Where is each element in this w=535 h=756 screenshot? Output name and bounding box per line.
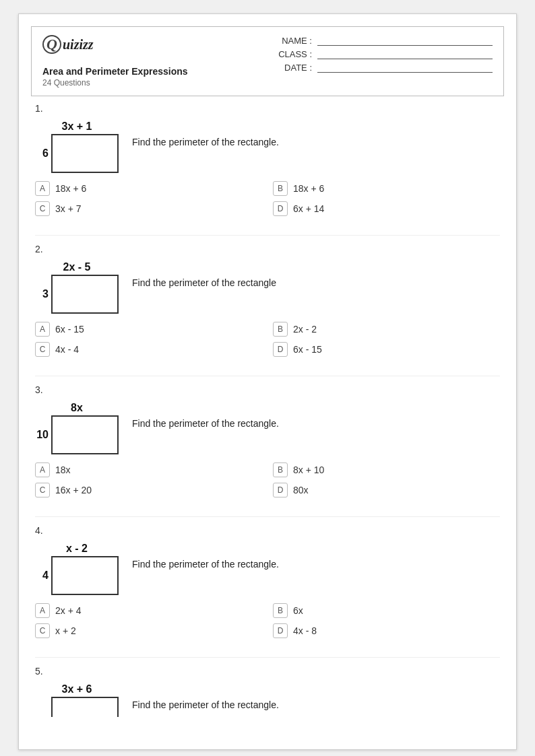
question-2: 2. 2x - 5 3 Find the perimeter of the re… [35, 244, 500, 357]
question-4: 4. x - 2 4 Find the perimeter of the rec… [35, 525, 500, 638]
question-3-text: Find the perimeter of the rectangle. [132, 399, 279, 429]
choice-1a: A 18x + 6 [35, 181, 262, 196]
choice-3b: B 8x + 10 [273, 462, 500, 477]
logo-q-icon: Q [42, 35, 61, 54]
question-3-side-label: 10 [35, 429, 49, 441]
choice-3b-text: 8x + 10 [293, 465, 324, 475]
question-1-rect-row: 6 [35, 134, 119, 173]
question-1-diagram: 3x + 1 6 [35, 121, 119, 173]
question-3-body: 8x 10 Find the perimeter of the rectangl… [35, 399, 500, 454]
question-4-diagram: x - 2 4 [35, 543, 119, 595]
choice-4b: B 6x [273, 603, 500, 618]
question-4-rect-box [51, 556, 119, 595]
question-5-top-label: 3x + 6 [62, 683, 92, 695]
question-2-text: Find the perimeter of the rectangle [132, 259, 276, 288]
choice-1b-text: 18x + 6 [293, 183, 324, 194]
choice-2d-text: 6x - 15 [293, 344, 322, 355]
choice-2d-letter: D [273, 342, 288, 357]
question-1-top-label: 3x + 1 [62, 121, 92, 133]
header-left: Q uizizz Area and Perimeter Expressions … [42, 35, 188, 88]
choice-2c: C 4x - 4 [35, 342, 262, 357]
question-3-rect-box [51, 415, 119, 454]
date-field-row: DATE : [277, 62, 493, 73]
logo: Q uizizz [42, 35, 188, 54]
question-4-num: 4. [35, 525, 500, 536]
choice-3a-text: 18x [55, 465, 71, 475]
class-field-row: CLASS : [277, 48, 493, 59]
question-4-body: x - 2 4 Find the perimeter of the rectan… [35, 540, 500, 595]
question-4-choices: A 2x + 4 B 6x C x + 2 D 4x - 8 [35, 603, 500, 638]
question-5-text: Find the perimeter of the rectangle. [132, 681, 279, 710]
choice-3d-letter: D [273, 483, 288, 497]
question-2-num: 2. [35, 244, 500, 254]
choice-1d-letter: D [273, 201, 288, 216]
logo-text: uizizz [63, 37, 94, 53]
question-3-top-label: 8x [71, 402, 83, 414]
choice-1a-letter: A [35, 181, 50, 196]
choice-1c: C 3x + 7 [35, 201, 262, 216]
choice-1c-letter: C [35, 201, 50, 216]
choice-1b-letter: B [273, 181, 288, 196]
choice-2a-text: 6x - 15 [55, 324, 84, 335]
content: 1. 3x + 1 6 Find the perimeter of the re… [19, 103, 516, 749]
choice-3c-letter: C [35, 483, 50, 497]
choice-2b-letter: B [273, 322, 288, 337]
choice-1b: B 18x + 6 [273, 181, 500, 196]
choice-1a-text: 18x + 6 [55, 183, 86, 194]
question-1-num: 1. [35, 103, 500, 114]
choice-4a: A 2x + 4 [35, 603, 262, 618]
class-line [317, 48, 493, 59]
question-4-text: Find the perimeter of the rectangle. [132, 540, 279, 570]
question-1-body: 3x + 1 6 Find the perimeter of the recta… [35, 118, 500, 173]
divider-4 [35, 657, 500, 658]
choice-2d: D 6x - 15 [273, 342, 500, 357]
header: Q uizizz Area and Perimeter Expressions … [31, 26, 504, 96]
question-1-rect-box [51, 134, 119, 173]
choice-3c: C 16x + 20 [35, 483, 262, 497]
question-5-num: 5. [35, 666, 500, 677]
choice-3c-text: 16x + 20 [55, 485, 92, 495]
question-5-diagram: 3x + 6 [35, 683, 119, 717]
choice-2b-text: 2x - 2 [293, 324, 317, 335]
choice-3d-text: 80x [293, 485, 309, 495]
question-4-side-label: 4 [35, 570, 49, 582]
choice-4d-text: 4x - 8 [293, 625, 317, 636]
date-line [317, 62, 493, 73]
question-5-body: 3x + 6 Find the perimeter of the rectang… [35, 681, 500, 717]
choice-3d: D 80x [273, 483, 500, 497]
choice-4b-letter: B [273, 603, 288, 618]
question-1-side-label: 6 [35, 147, 49, 160]
choice-3a: A 18x [35, 462, 262, 477]
class-label: CLASS : [277, 49, 312, 59]
name-label: NAME : [277, 36, 312, 46]
choice-3a-letter: A [35, 462, 50, 477]
question-3-choices: A 18x B 8x + 10 C 16x + 20 D 80x [35, 462, 500, 497]
question-2-choices: A 6x - 15 B 2x - 2 C 4x - 4 D 6x - 15 [35, 322, 500, 357]
choice-4a-text: 2x + 4 [55, 605, 82, 616]
question-2-diagram: 2x - 5 3 [35, 261, 119, 314]
choice-1c-text: 3x + 7 [55, 203, 82, 214]
question-5-rect-box [51, 697, 119, 717]
choice-4a-letter: A [35, 603, 50, 618]
divider-3 [35, 516, 500, 517]
choice-2c-text: 4x - 4 [55, 344, 79, 355]
choice-3b-letter: B [273, 462, 288, 477]
quiz-title: Area and Perimeter Expressions [42, 66, 188, 77]
quiz-subtitle: 24 Questions [42, 78, 188, 88]
question-3-rect-row: 10 [35, 415, 119, 454]
name-field-row: NAME : [277, 35, 493, 46]
choice-1d: D 6x + 14 [273, 201, 500, 216]
choice-4d-letter: D [273, 623, 288, 638]
question-3-diagram: 8x 10 [35, 402, 119, 454]
question-1-choices: A 18x + 6 B 18x + 6 C 3x + 7 D 6x + 14 [35, 181, 500, 216]
header-right: NAME : CLASS : DATE : [277, 35, 493, 73]
question-5: 5. 3x + 6 Find the perimeter of the rect… [35, 666, 500, 717]
question-2-rect-row: 3 [35, 275, 119, 314]
divider-1 [35, 235, 500, 236]
question-3: 3. 8x 10 Find the perimeter of the recta… [35, 384, 500, 497]
question-2-side-label: 3 [35, 288, 49, 300]
choice-4c-letter: C [35, 623, 50, 638]
choice-1d-text: 6x + 14 [293, 203, 324, 214]
choice-2a: A 6x - 15 [35, 322, 262, 337]
choice-2b: B 2x - 2 [273, 322, 500, 337]
